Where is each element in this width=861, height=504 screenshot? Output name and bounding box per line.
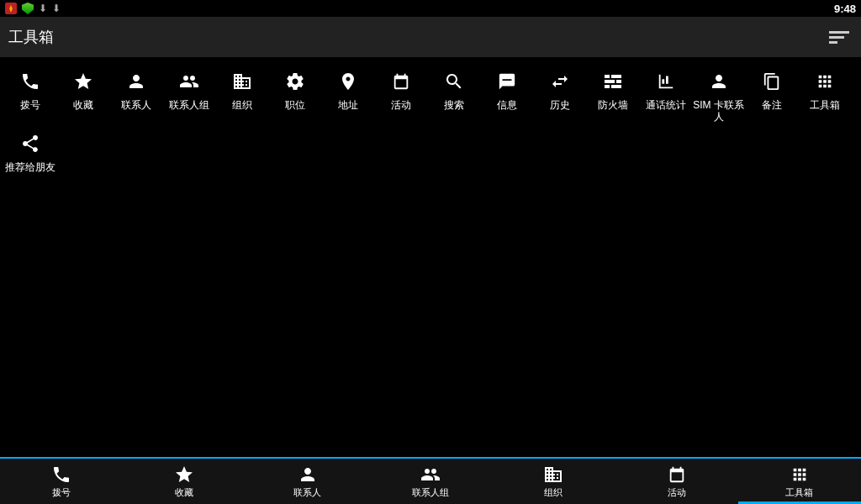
activity-icon — [374, 67, 427, 96]
tile-label: 历史 — [533, 99, 586, 111]
sort-icon[interactable] — [829, 25, 853, 49]
shield-icon — [22, 3, 34, 14]
search-icon — [427, 67, 480, 96]
tool-grid: 拨号收藏联系人联系人组组织职位地址活动搜索信息历史防火墙通话统计SIM 卡联系人… — [0, 57, 861, 183]
contacts-icon — [109, 67, 162, 96]
nav-toolbox[interactable]: 工具箱 — [738, 459, 861, 504]
tile-callstats[interactable]: 通话统计 — [639, 67, 692, 123]
nav-label: 活动 — [668, 486, 686, 499]
tile-label: 通话统计 — [639, 99, 692, 111]
position-icon — [268, 67, 321, 96]
nav-label: 组织 — [544, 486, 563, 499]
title-bar: 工具箱 — [0, 17, 861, 57]
tile-org[interactable]: 组织 — [215, 67, 268, 123]
address-icon — [321, 67, 374, 96]
org-icon — [543, 465, 563, 485]
bottom-nav: 拨号收藏联系人联系人组组织活动工具箱 — [0, 457, 861, 504]
tile-label: 防火墙 — [586, 99, 639, 111]
tile-label: 工具箱 — [798, 99, 851, 111]
nav-contacts[interactable]: 联系人 — [246, 459, 369, 504]
clock: 9:48 — [834, 3, 856, 15]
dial-icon — [3, 67, 56, 96]
download-icon: ⬇ — [52, 3, 61, 14]
favorites-icon — [56, 67, 109, 96]
nav-org[interactable]: 组织 — [492, 459, 615, 504]
tile-notes[interactable]: 备注 — [745, 67, 798, 123]
tile-label: 联系人 — [109, 99, 162, 111]
tile-label: SIM 卡联系人 — [692, 99, 745, 123]
status-bar: ⬇ ⬇ 9:48 — [0, 0, 861, 17]
tile-position[interactable]: 职位 — [268, 67, 321, 123]
tile-search[interactable]: 搜索 — [427, 67, 480, 123]
nav-activity[interactable]: 活动 — [615, 459, 737, 504]
org-icon — [215, 67, 268, 96]
history-icon — [533, 67, 586, 96]
tile-label: 信息 — [480, 99, 533, 111]
tile-share[interactable]: 推荐给朋友 — [3, 129, 56, 173]
activity-icon — [668, 465, 686, 485]
callstats-icon — [639, 67, 692, 96]
notes-icon — [745, 67, 798, 96]
tile-history[interactable]: 历史 — [533, 67, 586, 123]
nav-label: 拨号 — [52, 486, 71, 499]
info-icon — [480, 67, 533, 96]
tile-label: 地址 — [321, 99, 374, 111]
tile-label: 备注 — [745, 99, 798, 111]
nav-label: 联系人组 — [412, 486, 449, 499]
contacts-icon — [298, 465, 318, 485]
status-left: ⬇ ⬇ — [5, 3, 61, 14]
tile-activity[interactable]: 活动 — [374, 67, 427, 123]
tile-label: 拨号 — [3, 99, 56, 111]
tile-toolbox[interactable]: 工具箱 — [798, 67, 851, 123]
tile-label: 联系人组 — [162, 99, 215, 111]
tile-sim[interactable]: SIM 卡联系人 — [692, 67, 745, 123]
groups-icon — [162, 67, 215, 96]
toolbox-icon — [790, 465, 809, 485]
firewall-icon — [586, 67, 639, 96]
tile-favorites[interactable]: 收藏 — [56, 67, 109, 123]
toolbox-icon — [798, 67, 851, 96]
tile-address[interactable]: 地址 — [321, 67, 374, 123]
share-icon — [3, 129, 56, 158]
groups-icon — [420, 465, 441, 485]
app-badge-icon — [5, 3, 17, 14]
tile-groups[interactable]: 联系人组 — [162, 67, 215, 123]
page-title: 工具箱 — [8, 27, 54, 47]
tile-contacts[interactable]: 联系人 — [109, 67, 162, 123]
favorites-icon — [174, 465, 194, 485]
tile-firewall[interactable]: 防火墙 — [586, 67, 639, 123]
download-icon: ⬇ — [39, 3, 47, 14]
nav-groups[interactable]: 联系人组 — [369, 459, 492, 504]
tile-label: 搜索 — [427, 99, 480, 111]
tile-info[interactable]: 信息 — [480, 67, 533, 123]
tile-label: 活动 — [374, 99, 427, 111]
nav-label: 工具箱 — [785, 486, 813, 499]
tile-label: 推荐给朋友 — [3, 161, 56, 173]
tile-label: 组织 — [215, 99, 268, 111]
tile-label: 职位 — [268, 99, 321, 111]
nav-favorites[interactable]: 收藏 — [123, 459, 246, 504]
dial-icon — [51, 465, 71, 485]
nav-label: 联系人 — [293, 486, 321, 499]
nav-dial[interactable]: 拨号 — [0, 459, 123, 504]
tile-dial[interactable]: 拨号 — [3, 67, 56, 123]
nav-label: 收藏 — [175, 486, 193, 499]
sim-icon — [692, 67, 745, 96]
tile-label: 收藏 — [56, 99, 109, 111]
